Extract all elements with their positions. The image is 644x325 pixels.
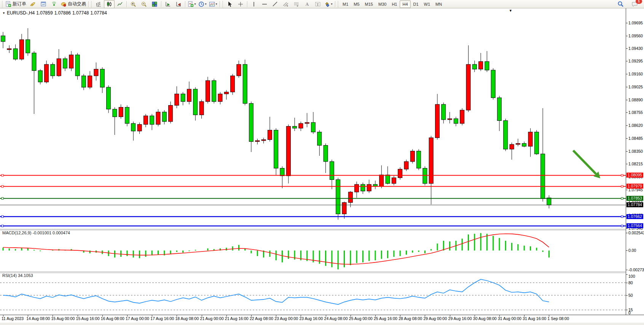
- timeframe-button-m1[interactable]: M1: [340, 0, 351, 8]
- candlestick: [373, 181, 378, 189]
- candlestick: [317, 130, 322, 156]
- line-handle[interactable]: [2, 216, 3, 218]
- equidistant-channel-tool-button[interactable]: E: [281, 0, 291, 8]
- candlestick: [435, 94, 440, 140]
- auto-trading-button[interactable]: 自动交易: [59, 0, 87, 8]
- fibonacci-tool-button[interactable]: F: [291, 0, 302, 8]
- horizontal-line-object[interactable]: [0, 175, 626, 176]
- toolbar-grip: [2, 1, 3, 7]
- time-tick-label: 22 Aug 08:00: [250, 316, 273, 321]
- text-label-tool-button[interactable]: T: [312, 0, 323, 8]
- arrow-annotation[interactable]: [573, 150, 600, 178]
- signal-button[interactable]: [49, 0, 59, 8]
- rsi-line: [3, 279, 549, 304]
- gold-icon: [30, 1, 36, 7]
- candlestick: [212, 79, 216, 104]
- auto-scroll-button[interactable]: [163, 0, 173, 8]
- line-chart-icon: [117, 1, 123, 7]
- axis-tickmark: [626, 87, 628, 87]
- line-handle[interactable]: [621, 186, 623, 187]
- candlestick: [534, 130, 539, 155]
- line-handle[interactable]: [621, 197, 623, 199]
- arrows-tool-button[interactable]: ▾: [323, 0, 334, 8]
- line-handle[interactable]: [621, 225, 623, 227]
- timeframe-button-m5[interactable]: M5: [351, 0, 362, 8]
- candlestick: [63, 57, 67, 71]
- new-order-button[interactable]: 新订单: [4, 0, 27, 8]
- horizontal-line-tool-button[interactable]: [259, 0, 270, 8]
- cursor-tool-button[interactable]: [225, 0, 235, 8]
- line-handle[interactable]: [2, 225, 3, 227]
- templates-button[interactable]: ▾: [208, 0, 218, 8]
- bar-chart-mode-button[interactable]: [93, 0, 104, 8]
- timeframe-button-mn[interactable]: MN: [433, 0, 445, 8]
- time-tick-label: 25 Aug 00:00: [349, 316, 373, 321]
- pane-separator[interactable]: [0, 272, 644, 273]
- candlestick: [485, 51, 489, 72]
- line-handle[interactable]: [621, 175, 623, 176]
- candlestick: [522, 142, 526, 147]
- candlestick: [88, 71, 92, 90]
- market-watch-button[interactable]: [27, 0, 38, 8]
- macd-axis-label: 0.002543: [628, 231, 644, 235]
- price-tick-label: 1.08215: [628, 162, 643, 166]
- chart-canvas[interactable]: [0, 8, 626, 322]
- time-tick-label: 31 Aug 00:00: [498, 316, 521, 321]
- price-level-chip: 1.07564: [626, 223, 643, 228]
- chart-shift-marker[interactable]: ▼: [509, 9, 512, 13]
- price-tick-label: 1.09295: [628, 59, 643, 63]
- candlestick: [57, 49, 61, 77]
- line-handle[interactable]: [2, 186, 3, 187]
- time-axis[interactable]: 11 Aug 202314 Aug 08:0015 Aug 00:0015 Au…: [0, 315, 644, 323]
- candlestick: [472, 61, 477, 72]
- zoom-in-button[interactable]: [128, 0, 139, 8]
- price-tick-label: 1.08755: [628, 110, 643, 115]
- axis-tickmark: [626, 112, 628, 113]
- indicators-button[interactable]: ▾: [187, 0, 197, 8]
- macd-axis-label: -0.002733: [628, 267, 644, 272]
- timeframe-button-m30[interactable]: M30: [376, 0, 389, 8]
- horizontal-line-object[interactable]: [0, 186, 626, 187]
- line-handle[interactable]: [621, 216, 623, 218]
- crosshair-tool-button[interactable]: [235, 0, 246, 8]
- timeframe-button-h1[interactable]: H1: [389, 0, 400, 8]
- timeframe-button-d1[interactable]: D1: [411, 0, 421, 8]
- chart-shift-button[interactable]: [173, 0, 184, 8]
- candlestick-mode-button[interactable]: [104, 0, 115, 8]
- templates-icon: [209, 1, 215, 7]
- candlestick: [187, 82, 191, 104]
- arrows-dropdown-caret[interactable]: ▾: [331, 2, 332, 6]
- axis-tickmark: [626, 61, 628, 61]
- svg-text:T: T: [317, 2, 319, 6]
- chart-window-button[interactable]: [38, 0, 49, 8]
- notifications-button[interactable]: 1: [630, 0, 640, 8]
- timeframe-button-w1[interactable]: W1: [421, 0, 433, 8]
- candlestick: [237, 61, 241, 78]
- text-tool-button[interactable]: A: [302, 0, 312, 8]
- periods-button[interactable]: ▾: [197, 0, 208, 8]
- templates-dropdown-caret[interactable]: ▾: [215, 2, 217, 6]
- chart-expand-caret[interactable]: ▼: [2, 11, 5, 15]
- line-handle[interactable]: [2, 197, 3, 199]
- indicators-dropdown-caret[interactable]: ▾: [194, 2, 196, 6]
- price-tick-label: 1.09430: [628, 46, 643, 51]
- timeframe-button-h4[interactable]: H4: [400, 0, 410, 8]
- vertical-line-tool-button[interactable]: [249, 0, 259, 8]
- trendline-tool-button[interactable]: [270, 0, 281, 8]
- tile-windows-button[interactable]: [149, 0, 160, 8]
- timeframe-button-m15[interactable]: M15: [362, 0, 376, 8]
- candlestick: [423, 167, 427, 186]
- search-button[interactable]: [615, 0, 626, 8]
- line-handle[interactable]: [2, 175, 3, 176]
- horizontal-line-object[interactable]: [0, 216, 626, 218]
- zoom-out-button[interactable]: [139, 0, 149, 8]
- line-chart-mode-button[interactable]: [115, 0, 125, 8]
- axis-tickmark: [626, 164, 628, 164]
- pane-separator[interactable]: [0, 229, 644, 231]
- horizontal-line-object[interactable]: [0, 197, 626, 199]
- horizontal-line-object[interactable]: [0, 225, 626, 227]
- auto-scroll-icon: [165, 1, 171, 7]
- rsi-axis-label: 50: [628, 293, 633, 298]
- periods-dropdown-caret[interactable]: ▾: [205, 2, 206, 6]
- price-axis[interactable]: 1.096951.095601.094301.092951.091601.090…: [626, 8, 644, 322]
